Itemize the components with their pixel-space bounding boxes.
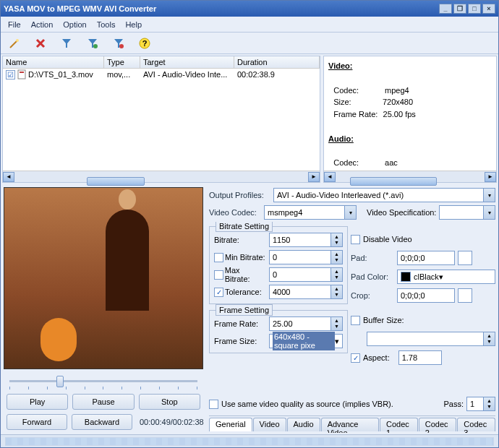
tolerance-input[interactable]: 4000▲▼: [269, 285, 343, 299]
info-hscroll[interactable]: ◄ ►: [324, 171, 496, 182]
crop-input[interactable]: 0;0;0;0: [397, 288, 455, 303]
video-codec-combo[interactable]: msmpeg4 ▾: [264, 205, 357, 220]
frame-legend: Frame Setting: [216, 304, 273, 316]
spinner-icon[interactable]: ▲▼: [330, 285, 342, 298]
pad-color-combo[interactable]: clBlack ▾: [397, 270, 495, 284]
svg-line-0: [10, 40, 17, 48]
pass-input[interactable]: 1▲▼: [466, 397, 495, 411]
menu-tools[interactable]: Tools: [97, 20, 116, 29]
tab-codec1[interactable]: Codec 1: [380, 418, 418, 431]
col-name[interactable]: Name: [3, 56, 104, 68]
filter1-icon[interactable]: [60, 37, 73, 50]
window-title: YASA MOV to MPEG WMV AVI Converter: [4, 4, 439, 13]
preview-image: [4, 187, 203, 369]
col-duration[interactable]: Duration: [234, 56, 320, 68]
scroll-right-icon[interactable]: ►: [485, 172, 496, 182]
forward-button[interactable]: Forward: [7, 414, 67, 430]
svg-point-1: [16, 39, 19, 42]
frame-rate-label: Frame Rate:: [214, 319, 266, 328]
pad-input[interactable]: 0;0;0;0: [397, 251, 455, 265]
app-window: YASA MOV to MPEG WMV AVI Converter _ ❐ □…: [0, 0, 499, 448]
playback-slider[interactable]: [4, 374, 203, 388]
frame-rate-input[interactable]: 25.00▲▼: [269, 316, 343, 331]
dropdown-icon[interactable]: ▾: [439, 272, 443, 282]
aspect-checkbox[interactable]: ✓: [351, 353, 360, 363]
file-list-hscroll[interactable]: ◄ ►: [3, 171, 320, 182]
quality-checkbox[interactable]: [209, 400, 218, 409]
spinner-icon[interactable]: ▲▼: [330, 233, 342, 246]
menu-help[interactable]: Help: [125, 20, 142, 29]
spinner-icon[interactable]: ▲▼: [483, 332, 495, 345]
pause-button[interactable]: Pause: [72, 394, 134, 410]
tab-codec3[interactable]: Codec 3: [457, 418, 495, 431]
tab-advance-video[interactable]: Advance Video: [321, 418, 379, 431]
video-spec-combo[interactable]: ▾: [439, 205, 495, 220]
frame-size-label: Frame Size:: [214, 337, 266, 345]
tolerance-checkbox[interactable]: ✓: [214, 288, 223, 297]
tab-video[interactable]: Video: [253, 418, 286, 431]
file-icon: [17, 69, 27, 79]
wand-icon[interactable]: [8, 37, 21, 50]
spinner-icon[interactable]: ▲▼: [330, 268, 342, 281]
menu-option[interactable]: Option: [63, 20, 86, 29]
dropdown-icon[interactable]: ▾: [335, 337, 339, 346]
filter2-icon[interactable]: [86, 37, 99, 50]
delete-icon[interactable]: [34, 37, 47, 50]
tab-codec2[interactable]: Codec 2: [419, 418, 457, 431]
table-row[interactable]: ☑ D:\VTS_01_3.mov mov,... AVI - Audio-Vi…: [3, 69, 320, 80]
video-spec-label: Video Specification:: [367, 208, 436, 217]
tab-general[interactable]: Generial: [209, 418, 252, 431]
output-profile-combo[interactable]: AVI - Audio-Video Interleaved (*.avi) ▾: [273, 188, 495, 202]
scroll-thumb[interactable]: [350, 177, 437, 186]
crop-picker-button[interactable]: [458, 288, 472, 303]
aspect-input[interactable]: 1.78: [398, 350, 442, 365]
bitrate-input[interactable]: 1150▲▼: [269, 233, 343, 247]
svg-point-3: [119, 44, 124, 48]
maximize-button[interactable]: □: [468, 4, 481, 14]
menu-action[interactable]: Action: [31, 20, 54, 29]
slider-thumb[interactable]: [56, 376, 64, 387]
frame-size-combo[interactable]: 640x480 - square pixe▾: [269, 334, 343, 348]
crop-label: Crop:: [351, 291, 394, 300]
max-bitrate-checkbox[interactable]: [214, 270, 223, 280]
pad-picker-button[interactable]: [458, 251, 472, 265]
restore-button[interactable]: ❐: [453, 4, 466, 14]
disable-video-checkbox[interactable]: [351, 235, 360, 244]
scroll-left-icon[interactable]: ◄: [324, 172, 336, 182]
col-target[interactable]: Target: [140, 56, 234, 68]
min-bitrate-input[interactable]: 0▲▼: [269, 250, 343, 264]
backward-button[interactable]: Backward: [72, 414, 132, 430]
menu-file[interactable]: File: [8, 20, 21, 29]
dropdown-icon[interactable]: ▾: [483, 189, 495, 202]
svg-rect-7: [20, 72, 24, 73]
spinner-icon[interactable]: ▲▼: [330, 251, 342, 264]
statusbar: [1, 434, 498, 447]
tab-audio[interactable]: Audio: [287, 418, 320, 431]
col-type[interactable]: Type: [104, 56, 140, 68]
file-list-panel: Name Type Target Duration ☑ D:\VTS_01_3.…: [2, 56, 320, 183]
dropdown-icon[interactable]: ▾: [344, 206, 356, 219]
file-name: D:\VTS_01_3.mov: [28, 70, 93, 79]
preview-panel: Play Pause Stop Forward Backward 00:00:4…: [2, 186, 205, 433]
scroll-right-icon[interactable]: ►: [308, 172, 320, 182]
stop-button[interactable]: Stop: [139, 394, 200, 410]
min-bitrate-checkbox[interactable]: [214, 253, 223, 262]
dropdown-icon[interactable]: ▾: [483, 206, 495, 219]
scroll-thumb[interactable]: [87, 177, 145, 186]
play-button[interactable]: Play: [7, 394, 68, 410]
buffer-size-checkbox[interactable]: [351, 316, 360, 325]
filter3-icon[interactable]: [112, 37, 125, 50]
table-body[interactable]: ☑ D:\VTS_01_3.mov mov,... AVI - Audio-Vi…: [3, 69, 320, 171]
minimize-button[interactable]: _: [439, 4, 452, 14]
buffer-size-input[interactable]: ▲▼: [367, 332, 495, 346]
close-button[interactable]: ×: [482, 4, 495, 14]
row-checkbox[interactable]: ☑: [6, 70, 15, 79]
file-target: AVI - Audio-Video Inte...: [143, 70, 237, 79]
scroll-left-icon[interactable]: ◄: [3, 172, 14, 182]
spinner-icon[interactable]: ▲▼: [483, 397, 495, 410]
spinner-icon[interactable]: ▲▼: [330, 317, 342, 330]
help-icon[interactable]: ?: [138, 37, 151, 50]
svg-point-2: [93, 44, 98, 48]
svg-rect-6: [18, 70, 25, 79]
max-bitrate-input[interactable]: 0▲▼: [269, 267, 343, 282]
